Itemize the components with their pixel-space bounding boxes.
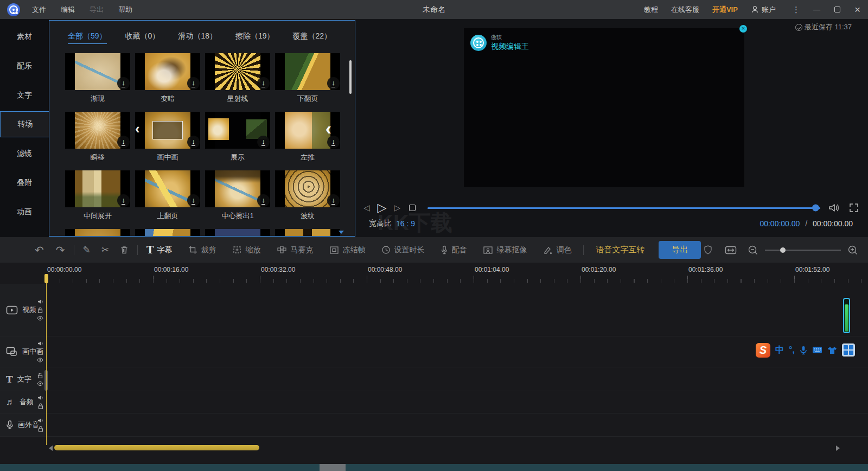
sidebar-item-music[interactable]: 配乐	[0, 53, 49, 79]
restore-button[interactable]	[834, 7, 840, 12]
download-icon[interactable]	[187, 136, 200, 148]
mosaic-tool[interactable]: 马赛克	[277, 245, 313, 255]
duration-tool[interactable]: 设置时长	[381, 245, 424, 255]
download-icon[interactable]	[327, 136, 340, 148]
transition-item-partial[interactable]	[135, 229, 200, 237]
scroll-left-icon[interactable]	[49, 445, 53, 451]
track-lock-icon[interactable]	[37, 372, 43, 378]
transition-thumbnail[interactable]	[205, 53, 270, 90]
transition-thumbnail[interactable]	[135, 229, 200, 237]
vip-button[interactable]: 开通VIP	[712, 5, 738, 15]
more-menu-icon[interactable]	[792, 5, 799, 15]
next-frame-button[interactable]	[394, 203, 400, 213]
sidebar-item-filters[interactable]: 滤镜	[0, 141, 49, 167]
tutorial-link[interactable]: 教程	[644, 5, 658, 15]
seek-slider[interactable]	[427, 207, 820, 209]
track-lock-icon[interactable]	[37, 307, 43, 313]
download-icon[interactable]	[257, 77, 270, 90]
track-pip[interactable]: 画中画	[0, 336, 868, 367]
timeline-zoom-knob[interactable]	[780, 247, 786, 253]
transition-thumbnail[interactable]	[275, 229, 340, 237]
timeline-zoom-slider[interactable]	[765, 250, 841, 251]
edit-pencil-button[interactable]	[83, 244, 91, 256]
transition-thumbnail[interactable]	[135, 112, 200, 149]
tab-all[interactable]: 全部（59）	[68, 31, 107, 44]
track-lock-icon[interactable]	[37, 349, 43, 355]
ime-menu-grid-icon[interactable]	[842, 343, 855, 357]
tab-favorites[interactable]: 收藏（0）	[125, 31, 160, 44]
track-visibility-icon[interactable]	[37, 358, 43, 362]
color-grading-tool[interactable]: 调色	[543, 245, 571, 255]
ime-logo-icon[interactable]: S	[756, 343, 770, 358]
transition-item[interactable]: 展示	[205, 112, 270, 170]
seek-knob[interactable]	[812, 205, 819, 212]
dubbing-tool[interactable]: 配音	[441, 245, 467, 255]
track-audio[interactable]: 音频	[0, 391, 868, 413]
scrollbar-thumb[interactable]	[54, 445, 259, 450]
zoom-in-icon[interactable]	[847, 245, 858, 256]
scale-tool[interactable]: 缩放	[232, 245, 260, 255]
crop-tool[interactable]: 裁剪	[188, 245, 216, 255]
menu-export[interactable]: 导出	[90, 5, 104, 15]
transition-thumbnail[interactable]	[205, 229, 270, 237]
track-volume-icon[interactable]	[37, 341, 43, 346]
track-lock-icon[interactable]	[38, 403, 43, 409]
sidebar-item-animation[interactable]: 动画	[0, 199, 49, 225]
export-button[interactable]: 导出	[659, 241, 701, 259]
sidebar-item-overlays[interactable]: 叠附	[0, 170, 49, 196]
transition-item[interactable]: 中间展开	[65, 170, 130, 229]
track-video[interactable]: 视频	[0, 284, 868, 336]
track-visibility-icon[interactable]	[37, 381, 43, 386]
transition-thumbnail[interactable]	[275, 170, 340, 207]
account-button[interactable]: 账户	[751, 5, 776, 15]
menu-file[interactable]: 文件	[32, 5, 46, 15]
download-icon[interactable]	[327, 194, 340, 207]
transition-thumbnail[interactable]	[275, 53, 340, 90]
scroll-down-icon[interactable]	[339, 231, 344, 234]
ime-language-mode[interactable]: 中	[775, 345, 784, 356]
delete-button[interactable]	[120, 245, 129, 254]
track-lock-icon[interactable]	[38, 426, 43, 432]
transition-item[interactable]: 星射线	[205, 53, 270, 112]
transition-thumbnail[interactable]	[65, 53, 130, 90]
track-voiceover[interactable]: 画外音	[0, 413, 868, 437]
transition-thumbnail[interactable]	[135, 170, 200, 207]
transition-item-partial[interactable]	[65, 229, 130, 237]
track-volume-icon[interactable]	[37, 418, 43, 423]
transition-item[interactable]: 下翻页	[275, 53, 340, 112]
transition-item[interactable]: 上翻页	[135, 170, 200, 229]
speaker-icon[interactable]	[828, 202, 840, 213]
ime-keyboard-icon[interactable]	[812, 346, 822, 354]
fullscreen-icon[interactable]	[848, 202, 859, 213]
shield-icon[interactable]	[703, 245, 713, 255]
download-icon[interactable]	[327, 77, 340, 90]
transition-thumbnail[interactable]	[275, 112, 340, 149]
sidebar-item-text[interactable]: 文字	[0, 82, 49, 109]
stop-button[interactable]	[409, 205, 416, 211]
sidebar-item-transitions[interactable]: 转场	[0, 111, 50, 137]
transition-thumbnail[interactable]	[65, 112, 130, 149]
play-button[interactable]	[378, 201, 387, 215]
fit-timeline-icon[interactable]	[725, 245, 737, 255]
tab-overlay[interactable]: 覆盖（22）	[293, 31, 332, 44]
transition-thumbnail[interactable]	[205, 170, 270, 207]
track-visibility-icon[interactable]	[37, 316, 43, 321]
support-link[interactable]: 在线客服	[671, 5, 699, 15]
zoom-out-icon[interactable]	[748, 245, 758, 256]
previous-frame-button[interactable]	[363, 203, 370, 213]
transition-thumbnail[interactable]	[135, 53, 200, 90]
redo-button[interactable]	[56, 244, 65, 257]
close-button[interactable]	[854, 4, 860, 16]
playhead-handle[interactable]	[44, 274, 48, 283]
scroll-right-icon[interactable]	[836, 445, 840, 451]
video-canvas[interactable]: 傲软 视频编辑王 ×	[464, 28, 744, 187]
transition-item[interactable]: 中心擦出1	[205, 170, 270, 229]
subtitle-tool[interactable]: T 字幕	[146, 244, 172, 256]
aspect-ratio-value[interactable]: 16 : 9	[396, 219, 415, 228]
download-icon[interactable]	[187, 194, 200, 207]
transition-thumbnail[interactable]	[65, 229, 130, 237]
download-icon[interactable]	[117, 77, 130, 90]
download-icon[interactable]	[257, 194, 270, 207]
tab-slide[interactable]: 滑动（18）	[178, 31, 217, 44]
split-scissors-button[interactable]	[101, 244, 109, 256]
